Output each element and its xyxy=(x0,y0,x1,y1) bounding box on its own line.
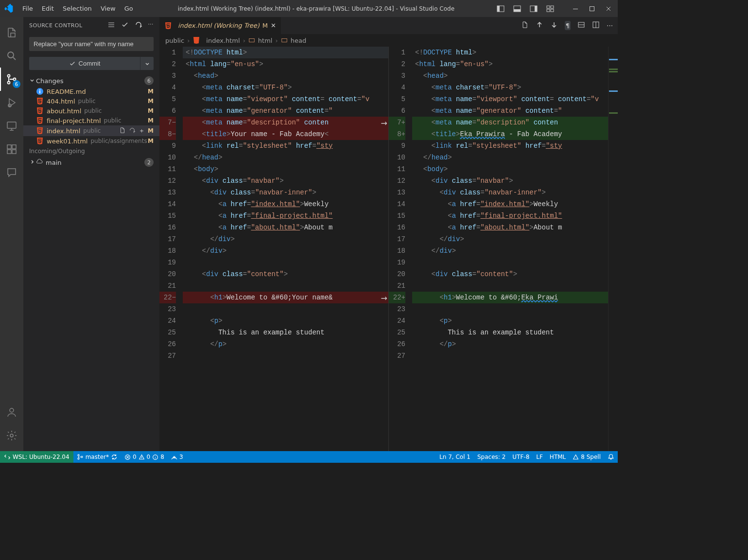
close-window-icon[interactable] xyxy=(603,3,614,14)
file-item[interactable]: about.htmlpublicM xyxy=(23,106,159,116)
title-bar: File Edit Selection View Go index.html (… xyxy=(0,0,618,17)
svg-rect-29 xyxy=(249,39,255,42)
svg-rect-11 xyxy=(590,6,594,11)
language-mode[interactable]: HTML xyxy=(546,451,569,463)
svg-rect-19 xyxy=(7,150,11,154)
revert-change-icon[interactable]: → xyxy=(381,119,387,128)
remote-indicator[interactable]: WSL: Ubuntu-22.04 xyxy=(0,451,73,463)
open-changes-icon[interactable] xyxy=(577,21,585,30)
file-item[interactable]: week01.htmlpublic/assignmentsM xyxy=(23,136,159,146)
encoding[interactable]: UTF-8 xyxy=(509,451,533,463)
search-icon[interactable] xyxy=(0,44,23,68)
errors-count: 0 xyxy=(133,454,137,460)
source-control-icon[interactable]: 6 xyxy=(0,68,23,91)
commit-button[interactable]: Commit xyxy=(29,57,140,70)
eol[interactable]: LF xyxy=(533,451,546,463)
maximize-icon[interactable] xyxy=(587,3,597,14)
main-branch-row[interactable]: main 2 xyxy=(23,157,159,168)
commit-dropdown-button[interactable] xyxy=(140,57,154,70)
changes-section[interactable]: Changes 6 xyxy=(23,75,159,87)
more-actions-icon[interactable]: ⋯ xyxy=(148,21,154,30)
commit-message-input[interactable] xyxy=(29,37,154,51)
go-to-file-icon[interactable] xyxy=(521,21,529,30)
menu-edit[interactable]: Edit xyxy=(38,3,58,14)
indentation[interactable]: Spaces: 2 xyxy=(474,451,509,463)
discard-changes-icon[interactable] xyxy=(129,127,136,135)
accounts-icon[interactable] xyxy=(0,401,23,424)
breadcrumb[interactable]: public › index.html › html › head xyxy=(159,34,618,47)
toggle-side-icon[interactable] xyxy=(528,3,539,14)
remote-explorer-icon[interactable] xyxy=(0,114,23,138)
ports-indicator[interactable]: 3 xyxy=(168,451,187,463)
breadcrumb-item[interactable]: public xyxy=(165,37,184,44)
branch-main-label: main xyxy=(46,159,144,166)
svg-rect-30 xyxy=(281,39,287,42)
file-status: M xyxy=(148,98,154,105)
ports-count: 3 xyxy=(179,454,183,460)
status-bar: WSL: Ubuntu-22.04 master* 0 0 8 3 Ln 7, … xyxy=(0,451,618,463)
file-path: public xyxy=(84,107,102,114)
explorer-icon[interactable] xyxy=(0,21,23,44)
comments-icon[interactable] xyxy=(0,161,23,184)
menu-selection[interactable]: Selection xyxy=(59,3,96,14)
revert-change-icon[interactable]: → xyxy=(381,294,387,303)
commit-message-field[interactable] xyxy=(29,37,154,51)
problems-indicator[interactable]: 0 0 8 xyxy=(121,451,168,463)
toggle-bottom-icon[interactable] xyxy=(512,3,522,14)
breadcrumb-item[interactable]: head xyxy=(291,37,306,44)
next-change-icon[interactable] xyxy=(550,21,558,30)
more-tab-actions-icon[interactable]: ⋯ xyxy=(607,22,613,29)
window-title: index.html (Working Tree) (index.html) -… xyxy=(137,5,495,12)
source-control-sidebar: SOURCE CONTROL ⋯ Commit Changes 6 README… xyxy=(23,17,159,451)
svg-rect-9 xyxy=(551,9,554,12)
svg-rect-5 xyxy=(535,6,537,12)
svg-rect-21 xyxy=(12,145,16,149)
refresh-icon[interactable] xyxy=(135,21,142,30)
file-name: week01.html xyxy=(47,138,87,145)
svg-point-31 xyxy=(78,455,79,456)
toggle-panel-icon[interactable] xyxy=(495,3,506,14)
commit-check-icon[interactable] xyxy=(121,21,129,30)
debug-icon[interactable] xyxy=(0,91,23,114)
file-status: M xyxy=(148,138,154,144)
svg-rect-10 xyxy=(573,9,578,9)
remote-label: WSL: Ubuntu-22.04 xyxy=(13,454,70,460)
cursor-position[interactable]: Ln 7, Col 1 xyxy=(436,451,474,463)
menu-file[interactable]: File xyxy=(18,3,37,14)
extensions-icon[interactable] xyxy=(0,138,23,161)
tab-index-html[interactable]: index.html (Working Tree) M ✕ xyxy=(159,17,281,34)
file-name: README.md xyxy=(47,88,86,95)
file-item[interactable]: final-project.htmlpublicM xyxy=(23,116,159,125)
split-editor-icon[interactable] xyxy=(592,21,600,30)
menu-view[interactable]: View xyxy=(97,3,120,14)
breadcrumb-item[interactable]: html xyxy=(258,37,273,44)
cloud-icon xyxy=(36,158,43,167)
view-as-tree-icon[interactable] xyxy=(107,21,115,30)
file-item[interactable]: 404.htmlpublicM xyxy=(23,96,159,106)
sync-icon[interactable] xyxy=(111,454,118,460)
tab-close-icon[interactable]: ✕ xyxy=(271,22,276,29)
diff-modified[interactable]: 1234567+8+910111213141516171819202122+23… xyxy=(389,47,618,451)
diff-original[interactable]: 1234567−8−910111213141516171819202122−23… xyxy=(159,47,389,451)
file-item[interactable]: README.mdM xyxy=(23,87,159,96)
vscode-logo-icon xyxy=(4,4,14,14)
chevron-right-icon xyxy=(29,159,36,166)
menu-go[interactable]: Go xyxy=(121,3,137,14)
whitespace-icon[interactable]: ¶ xyxy=(565,21,571,30)
notifications-icon[interactable] xyxy=(604,451,618,463)
file-status: M xyxy=(148,88,154,95)
settings-gear-icon[interactable] xyxy=(0,424,23,447)
svg-point-22 xyxy=(10,408,14,412)
tab-modified-badge: M xyxy=(262,22,268,29)
branch-indicator[interactable]: master* xyxy=(73,451,121,463)
file-item[interactable]: index.htmlpublic＋M xyxy=(23,125,159,136)
open-file-icon[interactable] xyxy=(119,127,126,135)
minimap[interactable] xyxy=(608,47,618,451)
previous-change-icon[interactable] xyxy=(536,21,543,30)
stage-changes-icon[interactable]: ＋ xyxy=(139,126,145,135)
breadcrumb-item[interactable]: index.html xyxy=(206,37,240,44)
minimize-icon[interactable] xyxy=(570,3,581,14)
svg-rect-25 xyxy=(39,91,40,93)
customize-layout-icon[interactable] xyxy=(545,3,556,14)
spell-check[interactable]: 8 Spell xyxy=(569,451,604,463)
